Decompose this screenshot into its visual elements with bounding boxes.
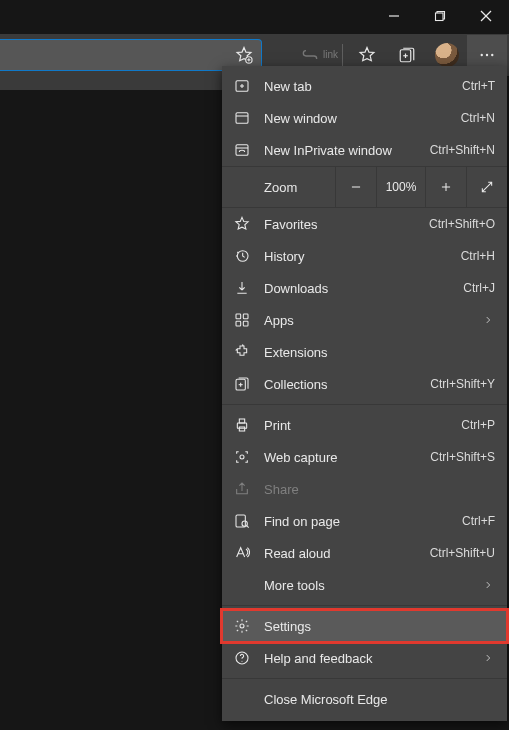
menu-item-accel: Ctrl+J bbox=[463, 281, 495, 295]
menu-item-downloads[interactable]: Downloads Ctrl+J bbox=[222, 272, 507, 304]
menu-item-accel: Ctrl+Shift+Y bbox=[430, 377, 495, 391]
menu-item-accel: Ctrl+Shift+S bbox=[430, 450, 495, 464]
toolbar-separator bbox=[342, 44, 343, 66]
read-aloud-icon bbox=[232, 543, 252, 563]
share-icon bbox=[232, 479, 252, 499]
menu-item-new-inprivate[interactable]: New InPrivate window Ctrl+Shift+N bbox=[222, 134, 507, 166]
menu-item-label: Settings bbox=[264, 619, 495, 634]
menu-item-collections[interactable]: Collections Ctrl+Shift+Y bbox=[222, 368, 507, 400]
chevron-right-icon bbox=[481, 580, 495, 590]
find-icon bbox=[232, 511, 252, 531]
menu-item-apps[interactable]: Apps bbox=[222, 304, 507, 336]
svg-rect-27 bbox=[243, 321, 248, 326]
extensions-icon bbox=[232, 342, 252, 362]
svg-point-34 bbox=[240, 455, 244, 459]
zoom-in-button[interactable] bbox=[425, 167, 466, 207]
zoom-row: Zoom 100% bbox=[222, 166, 507, 208]
svg-rect-26 bbox=[236, 321, 241, 326]
svg-point-40 bbox=[241, 661, 242, 662]
zoom-percent: 100% bbox=[376, 167, 425, 207]
menu-item-label: Print bbox=[264, 418, 449, 433]
svg-rect-16 bbox=[236, 113, 248, 124]
menu-item-help[interactable]: Help and feedback bbox=[222, 642, 507, 674]
settings-icon bbox=[232, 616, 252, 636]
menu-item-accel: Ctrl+Shift+U bbox=[430, 546, 495, 560]
menu-item-label: Collections bbox=[264, 377, 418, 392]
menu-item-extensions[interactable]: Extensions bbox=[222, 336, 507, 368]
menu-item-close-edge[interactable]: Close Microsoft Edge bbox=[222, 683, 507, 715]
svg-point-38 bbox=[240, 624, 244, 628]
menu-item-accel: Ctrl+Shift+N bbox=[430, 143, 495, 157]
fullscreen-button[interactable] bbox=[466, 167, 507, 207]
menu-item-label: New tab bbox=[264, 79, 450, 94]
maximize-button[interactable] bbox=[417, 1, 463, 31]
menu-item-new-tab[interactable]: New tab Ctrl+T bbox=[222, 70, 507, 102]
menu-item-accel: Ctrl+T bbox=[462, 79, 495, 93]
menu-item-favorites[interactable]: Favorites Ctrl+Shift+O bbox=[222, 208, 507, 240]
menu-item-accel: Ctrl+N bbox=[461, 111, 495, 125]
chevron-right-icon bbox=[481, 315, 495, 325]
menu-item-find[interactable]: Find on page Ctrl+F bbox=[222, 505, 507, 537]
collections-icon bbox=[232, 374, 252, 394]
titlebar bbox=[0, 0, 509, 32]
print-icon bbox=[232, 415, 252, 435]
minimize-button[interactable] bbox=[371, 1, 417, 31]
menu-item-label: New InPrivate window bbox=[264, 143, 418, 158]
menu-item-accel: Ctrl+H bbox=[461, 249, 495, 263]
menu-separator bbox=[222, 605, 507, 606]
menu-item-share: Share bbox=[222, 473, 507, 505]
svg-point-10 bbox=[481, 54, 483, 56]
inprivate-icon bbox=[232, 140, 252, 160]
svg-line-37 bbox=[247, 526, 249, 528]
menu-separator bbox=[222, 404, 507, 405]
menu-item-more-tools[interactable]: More tools bbox=[222, 569, 507, 601]
svg-rect-32 bbox=[239, 419, 244, 423]
menu-separator bbox=[222, 678, 507, 679]
menu-item-new-window[interactable]: New window Ctrl+N bbox=[222, 102, 507, 134]
menu-item-print[interactable]: Print Ctrl+P bbox=[222, 409, 507, 441]
svg-rect-1 bbox=[436, 13, 444, 21]
favorites-icon bbox=[232, 214, 252, 234]
menu-item-web-capture[interactable]: Web capture Ctrl+Shift+S bbox=[222, 441, 507, 473]
svg-point-12 bbox=[491, 54, 493, 56]
new-window-icon bbox=[232, 108, 252, 128]
menu-item-label: History bbox=[264, 249, 449, 264]
menu-item-accel: Ctrl+Shift+O bbox=[429, 217, 495, 231]
svg-rect-31 bbox=[237, 423, 246, 428]
menu-item-label: Close Microsoft Edge bbox=[264, 692, 495, 707]
link-button-label: link bbox=[323, 50, 338, 61]
menu-item-label: Help and feedback bbox=[264, 651, 469, 666]
web-capture-icon bbox=[232, 447, 252, 467]
menu-item-label: More tools bbox=[264, 578, 469, 593]
menu-item-history[interactable]: History Ctrl+H bbox=[222, 240, 507, 272]
svg-rect-24 bbox=[236, 314, 241, 319]
svg-rect-33 bbox=[239, 427, 244, 431]
menu-item-label: Downloads bbox=[264, 281, 451, 296]
zoom-label: Zoom bbox=[222, 167, 335, 207]
settings-and-more-menu: New tab Ctrl+T New window Ctrl+N New InP… bbox=[222, 66, 507, 721]
help-icon bbox=[232, 648, 252, 668]
menu-item-label: Web capture bbox=[264, 450, 418, 465]
close-window-button[interactable] bbox=[463, 1, 509, 31]
menu-item-label: Find on page bbox=[264, 514, 450, 529]
menu-item-label: Favorites bbox=[264, 217, 417, 232]
menu-item-label: Read aloud bbox=[264, 546, 418, 561]
chevron-right-icon bbox=[481, 653, 495, 663]
menu-item-read-aloud[interactable]: Read aloud Ctrl+Shift+U bbox=[222, 537, 507, 569]
menu-item-label: New window bbox=[264, 111, 449, 126]
avatar bbox=[435, 43, 459, 67]
zoom-out-button[interactable] bbox=[335, 167, 376, 207]
history-icon bbox=[232, 246, 252, 266]
svg-point-11 bbox=[486, 54, 488, 56]
menu-item-label: Extensions bbox=[264, 345, 495, 360]
svg-rect-25 bbox=[243, 314, 248, 319]
menu-item-settings[interactable]: Settings bbox=[222, 610, 507, 642]
menu-item-label: Apps bbox=[264, 313, 469, 328]
svg-point-36 bbox=[242, 521, 247, 526]
downloads-icon bbox=[232, 278, 252, 298]
menu-item-label: Share bbox=[264, 482, 495, 497]
apps-icon bbox=[232, 310, 252, 330]
menu-item-accel: Ctrl+P bbox=[461, 418, 495, 432]
menu-item-accel: Ctrl+F bbox=[462, 514, 495, 528]
new-tab-icon bbox=[232, 76, 252, 96]
